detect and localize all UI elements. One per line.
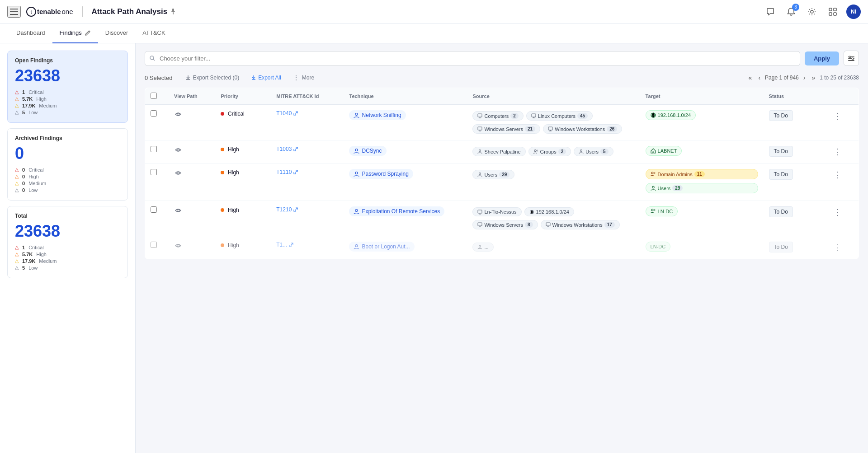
row5-source-item: ... — [472, 243, 493, 252]
row1-mitre-link[interactable]: T1040 — [276, 110, 338, 117]
svg-point-43 — [651, 209, 653, 211]
row5-view-path-icon[interactable] — [174, 243, 182, 251]
svg-rect-21 — [548, 127, 552, 130]
technique-icon — [354, 244, 359, 250]
header-priority: Priority — [215, 88, 271, 105]
user-avatar[interactable]: NI — [846, 5, 861, 19]
row1-target-cell: 192.168.1.0/24 — [640, 105, 764, 140]
row4-view-path-icon[interactable] — [174, 208, 182, 216]
sev-critical-row: △ 1 Critical — [15, 89, 120, 95]
header-actions — [825, 88, 859, 105]
filter-bar: Apply — [145, 51, 859, 66]
row1-checkbox[interactable] — [151, 110, 157, 117]
top-nav-left: t tenableone Attack Path Analysis — [7, 6, 176, 18]
menu-button[interactable] — [7, 6, 21, 18]
pin-icon — [170, 9, 176, 15]
external-link-icon — [289, 243, 293, 247]
nav-divider — [82, 6, 83, 17]
export-all-button[interactable]: Export All — [247, 73, 285, 83]
row4-checkbox[interactable] — [151, 206, 157, 213]
page-title: Attack Path Analysis — [92, 7, 177, 16]
row1-more-button[interactable]: ⋮ — [830, 110, 844, 122]
tab-discover[interactable]: Discover — [98, 23, 136, 43]
row3-source-users: Users 29 — [472, 170, 514, 179]
row4-more-button[interactable]: ⋮ — [830, 206, 844, 218]
export-selected-button[interactable]: Export Selected (0) — [182, 73, 243, 83]
tab-dashboard[interactable]: Dashboard — [9, 23, 52, 43]
row4-target-badge: LN-DC — [646, 206, 678, 216]
notifications-button[interactable]: 3 — [784, 5, 798, 19]
logo-area: t tenableone — [26, 7, 73, 17]
chat-button[interactable] — [763, 5, 778, 19]
server-icon — [477, 210, 482, 215]
tab-findings[interactable]: Findings — [52, 23, 98, 43]
row3-checkbox[interactable] — [151, 169, 157, 175]
row2-more-button[interactable]: ⋮ — [830, 146, 844, 158]
row1-priority-dot — [221, 112, 224, 116]
row3-source-cell: Users 29 — [467, 163, 640, 201]
next-page-button[interactable]: › — [802, 73, 807, 82]
filter-input[interactable] — [145, 51, 800, 66]
row5-checkbox-cell — [145, 236, 169, 259]
sev-high-row: △ 5.7K High — [15, 96, 120, 102]
row2-technique-badge: DCSync — [349, 146, 386, 156]
sub-nav: Dashboard Findings Discover ATT&CK — [0, 23, 868, 43]
header-status: Status — [764, 88, 825, 105]
svg-point-29 — [580, 150, 582, 152]
select-all-checkbox[interactable] — [151, 93, 157, 99]
export-selected-icon — [185, 75, 191, 80]
table-row: High T1210 — [145, 201, 859, 236]
row3-mitre-link[interactable]: T1110 — [276, 169, 338, 175]
row2-checkbox[interactable] — [151, 146, 157, 152]
row4-status-badge: To Do — [769, 206, 793, 217]
svg-point-35 — [652, 186, 654, 188]
apply-button[interactable]: Apply — [805, 51, 839, 65]
row4-source-network: 192.168.1.0/24 — [524, 207, 574, 216]
export-all-icon — [251, 75, 256, 80]
workstation-icon — [548, 126, 553, 131]
row4-source-win-workstations: Windows Workstations 17 — [541, 220, 620, 229]
total-medium-icon: △ — [15, 258, 19, 264]
svg-point-47 — [479, 245, 481, 247]
row5-more-button[interactable]: ⋮ — [830, 242, 844, 253]
row3-status-cell: To Do — [764, 163, 825, 201]
filter-options-button[interactable] — [844, 51, 859, 66]
more-button[interactable]: ⋮ More — [289, 72, 318, 83]
svg-rect-9 — [834, 13, 836, 15]
first-page-button[interactable]: « — [747, 73, 754, 82]
row3-action-cell: ⋮ — [825, 163, 859, 201]
row2-view-path-icon[interactable] — [174, 148, 182, 155]
apps-button[interactable] — [826, 5, 840, 19]
row5-status-cell: To Do — [764, 236, 825, 259]
row1-action-cell: ⋮ — [825, 105, 859, 140]
row3-view-path-icon[interactable] — [174, 171, 182, 178]
table-controls-left: 0 Selected Export Selected (0) Export Al… — [145, 72, 318, 83]
row1-mitre-cell: T1040 — [271, 105, 344, 140]
row3-more-button[interactable]: ⋮ — [830, 169, 844, 181]
table-row: High T1... — [145, 236, 859, 259]
row5-mitre-link[interactable]: T1... — [276, 242, 338, 248]
findings-table: View Path Priority MITRE ATT&CK Id Techn… — [145, 88, 859, 259]
row3-target-cell: Domain Admins 11 Users 29 — [640, 163, 764, 201]
row1-view-path-icon[interactable] — [174, 112, 182, 120]
last-page-button[interactable]: » — [810, 73, 817, 82]
row3-mitre-cell: T1110 — [271, 163, 344, 201]
row1-technique-cell: Network Sniffing — [344, 105, 467, 140]
table-row: High T1110 — [145, 163, 859, 201]
technique-icon — [354, 209, 359, 215]
svg-point-5 — [811, 10, 813, 13]
table-controls: 0 Selected Export Selected (0) Export Al… — [145, 72, 859, 83]
row2-mitre-link[interactable]: T1003 — [276, 146, 338, 152]
settings-button[interactable] — [805, 5, 819, 19]
external-link-icon — [293, 170, 298, 174]
tab-attck[interactable]: ATT&CK — [135, 23, 172, 43]
row4-mitre-link[interactable]: T1210 — [276, 206, 338, 213]
row5-checkbox[interactable] — [151, 242, 157, 248]
low-label: Low — [28, 110, 38, 115]
prev-page-button[interactable]: ‹ — [756, 73, 762, 82]
svg-rect-8 — [829, 13, 832, 15]
row3-status-badge: To Do — [769, 169, 793, 180]
row4-view-path-cell — [169, 201, 215, 236]
top-nav: t tenableone Attack Path Analysis — [0, 0, 868, 23]
row5-status-badge: To Do — [769, 242, 793, 252]
